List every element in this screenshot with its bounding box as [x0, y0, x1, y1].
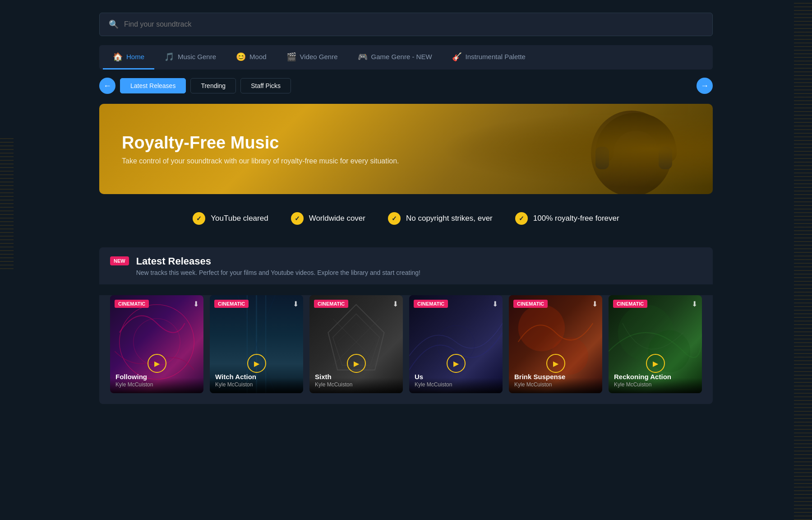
download-icon-6[interactable]: ⬇ — [692, 300, 697, 308]
guitar-icon: 🎸 — [452, 52, 462, 62]
card-title-4: Us — [415, 373, 497, 381]
badge-worldwide: ✓ Worldwide cover — [291, 212, 365, 225]
card-overlay-5: Brink Suspense Kyle McCuiston — [509, 367, 602, 393]
card-title-1: Following — [115, 373, 198, 381]
card-tag-1: CINEMATIC — [115, 300, 149, 308]
card-overlay-3: Sixth Kyle McCuiston — [309, 367, 403, 393]
card-overlay-4: Us Kyle McCuiston — [409, 367, 503, 393]
track-card-us[interactable]: CINEMATIC ⬇ ▶ Us Kyle McCuiston — [409, 295, 503, 393]
card-artist-1: Kyle McCuiston — [115, 381, 198, 388]
card-overlay-1: Following Kyle McCuiston — [110, 367, 203, 393]
next-button[interactable]: → — [697, 78, 713, 94]
filter-row: ← Latest Releases Trending Staff Picks → — [99, 78, 713, 94]
track-card-sixth[interactable]: CINEMATIC ⬇ ▶ Sixth Kyle McCuiston — [309, 295, 403, 393]
card-overlay-2: Witch Action Kyle McCuiston — [210, 367, 303, 393]
cards-container: CINEMATIC ⬇ ▶ Following Kyle McCuiston — [99, 295, 713, 404]
svg-rect-1 — [595, 147, 609, 169]
svg-point-0 — [591, 111, 672, 194]
track-card-following[interactable]: CINEMATIC ⬇ ▶ Following Kyle McCuiston — [110, 295, 203, 393]
nav-item-mood[interactable]: 😊 Mood — [226, 45, 277, 70]
card-title-6: Reckoning Action — [614, 373, 697, 381]
section-title: Latest Releases — [136, 255, 420, 267]
nav-item-instrumental-palette[interactable]: 🎸 Instrumental Palette — [442, 45, 535, 70]
new-badge: NEW — [110, 256, 129, 265]
video-icon: 🎬 — [286, 52, 296, 62]
download-icon-5[interactable]: ⬇ — [592, 300, 598, 308]
nav-item-home[interactable]: 🏠 Home — [103, 45, 154, 70]
card-tag-4: CINEMATIC — [414, 300, 448, 308]
game-icon: 🎮 — [358, 52, 368, 62]
track-card-reckoning-action[interactable]: CINEMATIC ⬇ ▶ Reckoning Action Kyle McCu… — [609, 295, 702, 393]
badge-no-copyright: ✓ No copyright strikes, ever — [388, 212, 493, 225]
card-title-5: Brink Suspense — [514, 373, 597, 381]
nav-item-game-genre[interactable]: 🎮 Game Genre - NEW — [348, 45, 442, 70]
hero-text: Royalty-Free Music Take control of your … — [122, 133, 399, 165]
music-icon: 🎵 — [164, 52, 174, 62]
download-icon-2[interactable]: ⬇ — [293, 300, 299, 308]
check-icon-no-copyright: ✓ — [388, 212, 401, 225]
home-icon: 🏠 — [113, 52, 123, 62]
card-tag-6: CINEMATIC — [613, 300, 647, 308]
card-tag-3: CINEMATIC — [314, 300, 348, 308]
check-icon-youtube: ✓ — [193, 212, 205, 225]
filter-staff-picks[interactable]: Staff Picks — [240, 78, 291, 93]
headphone-image — [550, 108, 677, 194]
nav-item-music-genre[interactable]: 🎵 Music Genre — [154, 45, 226, 70]
track-card-witch-action[interactable]: CINEMATIC ⬇ ▶ Witch Action Kyle McCuisto… — [210, 295, 303, 393]
card-artist-5: Kyle McCuiston — [514, 381, 597, 388]
search-input[interactable] — [124, 20, 703, 28]
feature-badges: ✓ YouTube cleared ✓ Worldwide cover ✓ No… — [99, 208, 713, 229]
download-icon-4[interactable]: ⬇ — [492, 300, 498, 308]
check-icon-worldwide: ✓ — [291, 212, 304, 225]
section-header: NEW Latest Releases New tracks this week… — [99, 247, 713, 284]
section-subtitle: New tracks this week. Perfect for your f… — [136, 269, 420, 276]
card-artist-4: Kyle McCuiston — [415, 381, 497, 388]
card-overlay-6: Reckoning Action Kyle McCuiston — [609, 367, 702, 393]
card-artist-6: Kyle McCuiston — [614, 381, 697, 388]
download-icon-3[interactable]: ⬇ — [392, 300, 398, 308]
prev-button[interactable]: ← — [99, 78, 115, 94]
card-title-2: Witch Action — [215, 373, 298, 381]
card-tag-5: CINEMATIC — [513, 300, 548, 308]
hero-banner: Royalty-Free Music Take control of your … — [99, 104, 713, 194]
filter-trending[interactable]: Trending — [190, 78, 236, 93]
section-header-text: Latest Releases New tracks this week. Pe… — [136, 255, 420, 276]
hero-subtitle: Take control of your soundtrack with our… — [122, 157, 399, 165]
deco-left — [0, 135, 14, 271]
nav-item-video-genre[interactable]: 🎬 Video Genre — [277, 45, 348, 70]
card-tag-2: CINEMATIC — [214, 300, 249, 308]
nav-bar: 🏠 Home 🎵 Music Genre 😊 Mood 🎬 Video Genr… — [99, 45, 713, 70]
check-icon-royalty-free: ✓ — [515, 212, 528, 225]
deco-right — [794, 0, 812, 520]
card-artist-3: Kyle McCuiston — [315, 381, 397, 388]
badge-youtube: ✓ YouTube cleared — [193, 212, 268, 225]
badge-royalty-free: ✓ 100% royalty-free forever — [515, 212, 619, 225]
latest-releases-section: NEW Latest Releases New tracks this week… — [99, 247, 713, 404]
card-artist-2: Kyle McCuiston — [215, 381, 298, 388]
cards-grid: CINEMATIC ⬇ ▶ Following Kyle McCuiston — [110, 295, 702, 393]
card-title-3: Sixth — [315, 373, 397, 381]
hero-title: Royalty-Free Music — [122, 133, 399, 153]
svg-rect-2 — [659, 147, 672, 169]
download-icon-1[interactable]: ⬇ — [193, 300, 199, 308]
search-bar: 🔍 — [99, 13, 713, 36]
filter-latest-releases[interactable]: Latest Releases — [120, 78, 186, 93]
mood-icon: 😊 — [236, 52, 246, 62]
track-card-brink-suspense[interactable]: CINEMATIC ⬇ ▶ Brink Suspense Kyle McCuis… — [509, 295, 602, 393]
search-icon: 🔍 — [109, 19, 119, 29]
